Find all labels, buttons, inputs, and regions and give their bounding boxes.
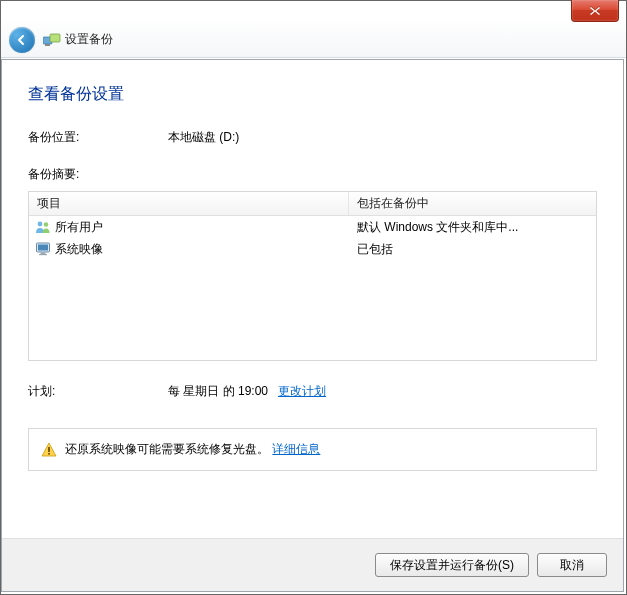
backup-location-row: 备份位置: 本地磁盘 (D:)	[28, 129, 597, 146]
column-header-included[interactable]: 包括在备份中	[349, 192, 596, 215]
row-included: 已包括	[349, 241, 596, 258]
schedule-value: 每 星期日 的 19:00	[168, 383, 268, 400]
notice-text: 还原系统映像可能需要系统修复光盘。	[65, 442, 269, 456]
content-panel: 查看备份设置 备份位置: 本地磁盘 (D:) 备份摘要: 项目 包括在备份中	[1, 59, 624, 592]
backup-summary-label: 备份摘要:	[28, 166, 597, 183]
monitor-icon	[35, 241, 51, 257]
close-icon	[589, 6, 601, 16]
column-header-item[interactable]: 项目	[29, 192, 349, 215]
backup-location-label: 备份位置:	[28, 129, 168, 146]
users-icon	[35, 219, 51, 235]
svg-rect-9	[48, 447, 50, 452]
header-bar: 设置备份	[1, 22, 626, 58]
schedule-label: 计划:	[28, 383, 168, 400]
table-body: 所有用户 默认 Windows 文件夹和库中... 系统映像	[29, 216, 596, 260]
arrow-left-icon	[15, 33, 29, 47]
close-button[interactable]	[571, 0, 619, 22]
svg-point-4	[44, 222, 48, 226]
table-row[interactable]: 系统映像 已包括	[29, 238, 596, 260]
save-button[interactable]: 保存设置并运行备份(S)	[375, 553, 529, 577]
svg-rect-8	[39, 254, 47, 255]
svg-point-3	[38, 222, 43, 227]
row-name: 系统映像	[55, 241, 103, 258]
header-title: 设置备份	[43, 31, 113, 48]
svg-rect-2	[45, 44, 50, 46]
footer: 保存设置并运行备份(S) 取消	[2, 538, 623, 591]
cancel-button[interactable]: 取消	[537, 553, 607, 577]
page-title: 查看备份设置	[28, 84, 597, 105]
window-title: 设置备份	[65, 31, 113, 48]
devices-icon	[43, 32, 61, 48]
notice-link[interactable]: 详细信息	[272, 442, 320, 456]
backup-location-value: 本地磁盘 (D:)	[168, 129, 239, 146]
schedule-row: 计划: 每 星期日 的 19:00 更改计划	[28, 383, 597, 400]
svg-rect-1	[50, 34, 60, 42]
table-row[interactable]: 所有用户 默认 Windows 文件夹和库中...	[29, 216, 596, 238]
warning-icon	[41, 442, 57, 458]
notice-box: 还原系统映像可能需要系统修复光盘。 详细信息	[28, 428, 597, 471]
summary-table: 项目 包括在备份中 所有用户 默认 Windows 文件夹和库中.	[28, 191, 597, 361]
row-included: 默认 Windows 文件夹和库中...	[349, 219, 596, 236]
svg-rect-10	[48, 453, 50, 455]
back-button[interactable]	[9, 27, 35, 53]
svg-rect-7	[41, 253, 46, 255]
table-header: 项目 包括在备份中	[29, 192, 596, 216]
row-name: 所有用户	[55, 219, 103, 236]
svg-rect-6	[38, 245, 48, 251]
change-schedule-link[interactable]: 更改计划	[278, 383, 326, 400]
